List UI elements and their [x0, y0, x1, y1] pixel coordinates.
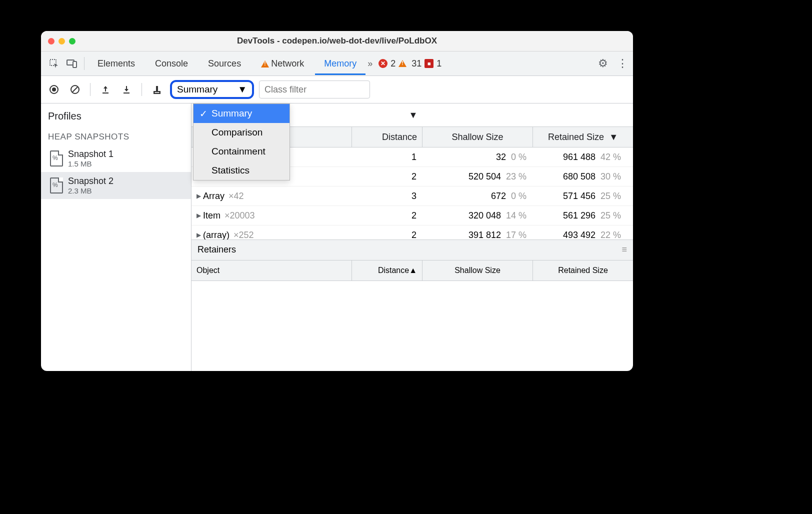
shallow-pct: 0 %	[511, 152, 526, 162]
class-filter-input[interactable]	[259, 80, 370, 98]
column-shallow-size[interactable]: Shallow Size	[422, 127, 533, 147]
retainers-body	[192, 281, 633, 372]
retained-value: 493 492	[563, 230, 596, 240]
garbage-collect-icon[interactable]	[149, 82, 165, 98]
retained-value: 571 456	[563, 191, 596, 202]
expand-icon[interactable]: ▶	[196, 192, 201, 200]
close-window-button[interactable]	[48, 38, 54, 44]
warning-icon	[261, 60, 269, 68]
dropdown-item-containment[interactable]: Containment	[194, 142, 290, 161]
devtools-window: DevTools - codepen.io/web-dot-dev/live/P…	[41, 31, 633, 371]
table-row[interactable]: ▶ Item ×200032320 04814 %561 29625 %	[192, 206, 633, 226]
traffic-lights	[48, 38, 76, 44]
tab-elements[interactable]: Elements	[88, 52, 144, 75]
shallow-value: 32	[496, 152, 506, 162]
snapshot-size: 1.5 MB	[68, 160, 114, 168]
retained-value: 680 508	[563, 172, 596, 182]
snapshot-icon	[50, 178, 63, 194]
clear-button[interactable]	[67, 82, 83, 98]
separator	[90, 83, 90, 96]
tab-network[interactable]: Network	[252, 52, 313, 75]
dropdown-arrow-icon: ▼	[238, 84, 247, 95]
instance-count: ×252	[234, 230, 254, 240]
snapshot-icon	[50, 150, 63, 166]
error-count: 2	[390, 58, 396, 69]
view-select-label: Summary	[177, 84, 218, 95]
shallow-value: 672	[491, 191, 506, 202]
snapshot-size: 2.3 MB	[68, 186, 114, 195]
warning-badge-icon[interactable]	[398, 60, 406, 67]
dropdown-item-comparison[interactable]: Comparison	[194, 123, 290, 142]
shallow-pct: 14 %	[506, 210, 526, 221]
sort-arrow-icon: ▼	[609, 132, 618, 142]
sidebar-section-header: HEAP SNAPSHOTS	[41, 129, 191, 145]
snapshot-item-2[interactable]: Snapshot 2 2.3 MB	[41, 172, 191, 199]
retainers-col-object[interactable]: Object	[192, 260, 352, 280]
distance-value: 2	[352, 230, 422, 240]
retained-value: 961 488	[563, 152, 596, 162]
error-badge-icon[interactable]: ✕	[378, 59, 388, 68]
inspect-icon[interactable]	[46, 56, 62, 72]
tab-memory[interactable]: Memory	[315, 52, 366, 75]
snapshot-name: Snapshot 2	[68, 176, 114, 186]
shallow-value: 391 812	[468, 230, 501, 240]
svg-rect-9	[156, 86, 158, 91]
titlebar: DevTools - codepen.io/web-dot-dev/live/P…	[41, 31, 633, 52]
warning-count: 31	[412, 58, 422, 69]
distance-value: 2	[352, 172, 422, 182]
svg-rect-8	[124, 92, 130, 94]
sidebar-toggle-icon[interactable]: ≡	[622, 244, 627, 255]
column-distance[interactable]: Distance	[352, 127, 422, 147]
shallow-pct: 23 %	[506, 172, 526, 182]
shallow-value: 520 504	[468, 172, 501, 182]
retainers-columns: Object Distance▲ Shallow Size Retained S…	[192, 260, 633, 281]
snapshot-item-1[interactable]: Snapshot 1 1.5 MB	[41, 145, 191, 172]
tab-sources[interactable]: Sources	[199, 52, 250, 75]
minimize-window-button[interactable]	[58, 38, 65, 44]
separator	[142, 83, 142, 96]
expand-icon[interactable]: ▶	[196, 232, 201, 238]
dropdown-item-statistics[interactable]: Statistics	[194, 161, 290, 180]
shallow-pct: 0 %	[511, 191, 526, 202]
issues-badge-icon[interactable]: ■	[424, 59, 434, 68]
retainers-col-distance[interactable]: Distance▲	[352, 260, 422, 280]
constructor-name: (array)	[203, 230, 230, 240]
retained-pct: 25 %	[600, 191, 621, 202]
more-tabs-icon[interactable]: »	[368, 58, 372, 69]
issue-count: 1	[436, 58, 442, 69]
settings-icon[interactable]: ⚙	[598, 57, 608, 70]
retained-pct: 22 %	[600, 230, 621, 240]
instance-count: ×42	[228, 191, 244, 202]
retainers-col-shallow[interactable]: Shallow Size	[422, 260, 533, 280]
distance-value: 2	[352, 210, 422, 221]
status-badges: ✕ 2 31 ■ 1	[378, 58, 442, 69]
memory-toolbar: Summary ▼	[41, 76, 633, 104]
table-row[interactable]: ▶ (array) ×2522391 81217 %493 49222 %	[192, 226, 633, 240]
device-toggle-icon[interactable]	[64, 56, 80, 72]
tab-console[interactable]: Console	[146, 52, 197, 75]
view-select[interactable]: Summary ▼	[170, 80, 254, 99]
upload-icon[interactable]	[98, 82, 114, 98]
constructor-name: Item	[203, 210, 220, 221]
distance-value: 3	[352, 191, 422, 202]
retainers-header: Retainers ≡	[192, 240, 633, 260]
record-button[interactable]	[46, 82, 62, 98]
dropdown-arrow-icon: ▼	[409, 110, 418, 120]
retained-value: 561 296	[563, 210, 596, 221]
download-icon[interactable]	[118, 82, 134, 98]
retainers-col-retained[interactable]: Retained Size	[533, 260, 633, 280]
sidebar-title: Profiles	[41, 104, 191, 129]
retained-pct: 30 %	[600, 172, 621, 182]
distance-value: 1	[352, 152, 422, 162]
zoom-window-button[interactable]	[69, 38, 76, 44]
dropdown-item-summary[interactable]: Summary	[194, 104, 290, 123]
snapshot-name: Snapshot 1	[68, 149, 114, 160]
more-options-icon[interactable]: ⋮	[617, 57, 628, 70]
svg-point-4	[52, 88, 56, 92]
expand-icon[interactable]: ▶	[196, 212, 201, 219]
separator	[84, 57, 84, 70]
table-row[interactable]: ▶ Array ×4236720 %571 45625 %	[192, 186, 633, 206]
svg-line-6	[72, 87, 78, 92]
column-retained-size[interactable]: Retained Size ▼	[533, 127, 633, 147]
main-panel: Summary Comparison Containment Statistic…	[192, 104, 633, 371]
